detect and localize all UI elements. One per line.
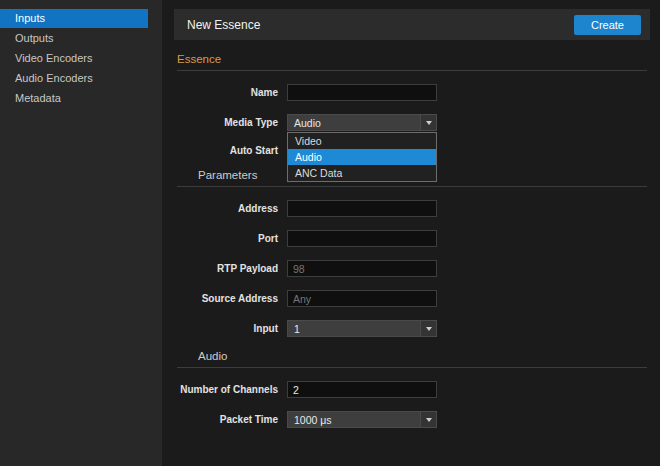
chevron-down-icon <box>420 412 436 427</box>
sidebar-item-audio-encoders[interactable]: Audio Encoders <box>0 69 148 88</box>
form-row-port: Port <box>177 230 647 247</box>
form-row-address: Address <box>177 200 647 217</box>
packet-time-value: 1000 μs <box>294 414 332 426</box>
name-input[interactable] <box>287 84 437 101</box>
packet-time-select[interactable]: 1000 μs <box>287 411 437 428</box>
sidebar-item-inputs[interactable]: Inputs <box>0 9 148 28</box>
form-row-source-address: Source Address <box>177 290 647 307</box>
form-row-rtp-payload: RTP Payload <box>177 260 647 277</box>
page-header: New Essence Create <box>174 9 650 40</box>
sidebar-item-video-encoders[interactable]: Video Encoders <box>0 49 148 68</box>
source-address-label: Source Address <box>177 293 278 304</box>
sidebar-item-metadata[interactable]: Metadata <box>0 89 148 108</box>
page-title: New Essence <box>187 18 260 32</box>
section-title-audio: Audio <box>177 350 647 368</box>
rtp-payload-input[interactable] <box>287 260 437 277</box>
sidebar: Inputs Outputs Video Encoders Audio Enco… <box>0 0 162 466</box>
auto-start-label: Auto Start <box>177 145 278 156</box>
packet-time-label: Packet Time <box>177 414 278 425</box>
menu-item-anc-data[interactable]: ANC Data <box>288 165 436 181</box>
menu-item-audio[interactable]: Audio <box>288 149 436 165</box>
form-row-name: Name <box>177 84 647 101</box>
create-button[interactable]: Create <box>574 15 641 35</box>
section-title-essence: Essence <box>177 53 647 71</box>
port-label: Port <box>177 233 278 244</box>
channels-label: Number of Channels <box>177 384 278 395</box>
port-input[interactable] <box>287 230 437 247</box>
form-row-media-type: Media Type Audio Video Audio ANC Data <box>177 114 647 131</box>
app-window: Inputs Outputs Video Encoders Audio Enco… <box>0 0 660 466</box>
address-input[interactable] <box>287 200 437 217</box>
form-row-channels: Number of Channels <box>177 381 647 398</box>
input-value: 1 <box>294 323 300 335</box>
media-type-label: Media Type <box>177 117 278 128</box>
name-label: Name <box>177 87 278 98</box>
input-select[interactable]: 1 <box>287 320 437 337</box>
menu-item-video[interactable]: Video <box>288 133 436 149</box>
chevron-down-icon <box>420 321 436 336</box>
form-row-packet-time: Packet Time 1000 μs <box>177 411 647 428</box>
rtp-payload-label: RTP Payload <box>177 263 278 274</box>
form-content: Essence Name Media Type Audio Video Audi… <box>174 53 650 428</box>
media-type-select[interactable]: Audio <box>287 114 437 131</box>
media-type-dropdown-menu: Video Audio ANC Data <box>287 132 437 182</box>
address-label: Address <box>177 203 278 214</box>
media-type-select-wrap: Audio Video Audio ANC Data <box>287 114 437 131</box>
chevron-down-icon <box>420 115 436 130</box>
source-address-input[interactable] <box>287 290 437 307</box>
input-label: Input <box>177 323 278 334</box>
input-select-wrap: 1 <box>287 320 437 337</box>
media-type-value: Audio <box>294 117 321 129</box>
form-row-input: Input 1 <box>177 320 647 337</box>
channels-input[interactable] <box>287 381 437 398</box>
sidebar-item-outputs[interactable]: Outputs <box>0 29 148 48</box>
packet-time-select-wrap: 1000 μs <box>287 411 437 428</box>
main-panel: New Essence Create Essence Name Media Ty… <box>162 0 660 466</box>
